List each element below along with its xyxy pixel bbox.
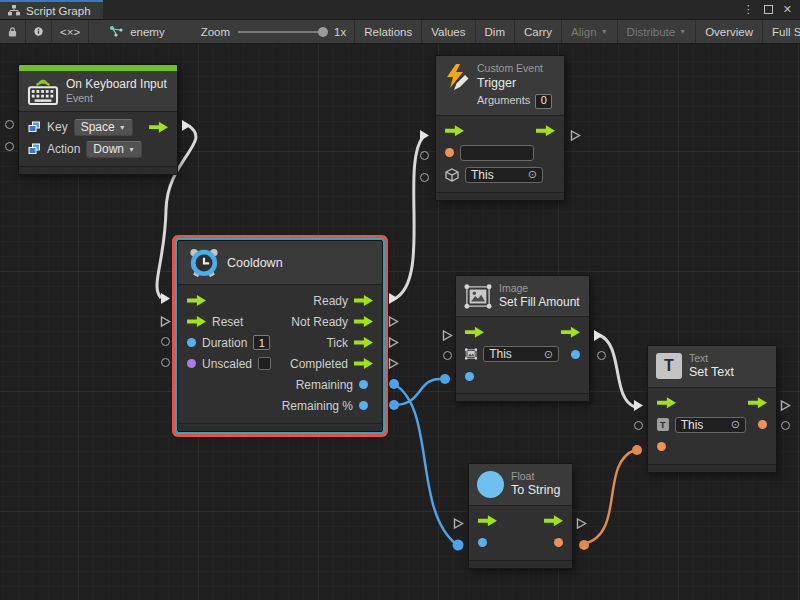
output-value-dot[interactable] (571, 350, 580, 359)
node-on-keyboard-input[interactable]: On Keyboard Input Event Key Space ▼ (18, 64, 178, 175)
exec-input-arrow[interactable] (478, 515, 497, 526)
graph-breadcrumb[interactable]: enemy (89, 20, 173, 43)
ready-output-arrow[interactable] (354, 295, 373, 306)
fill-amount-port-dot[interactable] (465, 372, 474, 381)
ext-exec-out[interactable] (388, 315, 399, 328)
ext-input-circle[interactable] (5, 120, 14, 129)
ext-exec-out[interactable] (388, 336, 399, 349)
node-float-to-string[interactable]: Float To String (468, 463, 573, 569)
ext-input-circle[interactable] (161, 358, 170, 367)
port-row-value (469, 532, 572, 554)
target-picker-icon[interactable]: ⊙ (528, 169, 537, 180)
string-output-port-dot[interactable] (554, 538, 563, 547)
reset-label: Reset (212, 315, 243, 329)
target-field[interactable]: This ⊙ (675, 417, 746, 433)
output-value-dot[interactable] (758, 420, 767, 429)
values-button[interactable]: Values (422, 20, 475, 43)
exec-output-arrow[interactable] (544, 515, 563, 526)
chevron-down-icon: ▼ (601, 28, 608, 35)
node-image-set-fill-amount[interactable]: Image Set Fill Amount This (455, 275, 590, 402)
zoom-slider[interactable] (238, 31, 326, 33)
port-row: Reset Not Ready (178, 311, 382, 332)
code-icon: <×> (60, 26, 80, 38)
ext-output-circle[interactable] (597, 351, 606, 360)
ext-output-circle[interactable] (781, 421, 790, 430)
ext-input-circle[interactable] (161, 337, 170, 346)
zoom-slider-handle[interactable] (318, 27, 328, 37)
unscaled-port-dot[interactable] (187, 359, 196, 368)
menu-icon[interactable]: ⋮ (743, 4, 754, 15)
target-picker-icon[interactable]: ⊙ (731, 419, 740, 430)
close-icon[interactable]: ✕ (783, 4, 792, 15)
text-icon: T (656, 353, 682, 379)
ext-exec-in[interactable] (453, 517, 464, 530)
float-input-port-dot[interactable] (478, 538, 487, 547)
exec-input-arrow[interactable] (465, 327, 484, 338)
text-value-port-dot[interactable] (657, 442, 666, 451)
remaining-port-dot[interactable] (359, 380, 368, 389)
full-screen-button[interactable]: Full Screen (763, 20, 800, 43)
align-dropdown[interactable]: Align▼ (562, 20, 618, 43)
not-ready-output-arrow[interactable] (354, 316, 373, 327)
action-dropdown[interactable]: Down ▼ (86, 141, 142, 158)
code-preview-button[interactable]: <×> (52, 20, 89, 43)
port-row-key: Key Space ▼ (19, 116, 177, 138)
duration-port-dot[interactable] (187, 338, 196, 347)
ext-exec-in-connected[interactable] (160, 292, 171, 305)
port-row-value (648, 436, 776, 458)
exec-output-arrow[interactable] (149, 122, 168, 133)
dim-button[interactable]: Dim (476, 20, 515, 43)
ext-input-circle[interactable] (420, 151, 429, 160)
key-dropdown[interactable]: Space ▼ (74, 119, 133, 136)
ext-exec-out[interactable] (576, 517, 587, 530)
exec-output-arrow[interactable] (748, 397, 767, 408)
ext-exec-in-connected[interactable] (419, 129, 430, 142)
ext-exec-out-connected[interactable] (593, 329, 604, 342)
node-text-set-text[interactable]: T Text Set Text T This ⊙ (647, 345, 777, 473)
ext-exec-in[interactable] (160, 315, 171, 328)
relations-button[interactable]: Relations (355, 20, 422, 43)
duration-field[interactable]: 1 (253, 335, 270, 350)
reset-input-arrow[interactable] (187, 316, 206, 327)
exec-input-arrow[interactable] (657, 397, 676, 408)
ext-exec-in-connected[interactable] (633, 399, 644, 412)
tick-output-arrow[interactable] (354, 337, 373, 348)
tab-title: Script Graph (26, 5, 91, 17)
exec-output-arrow[interactable] (536, 125, 555, 136)
remaining-pct-port-dot[interactable] (359, 401, 368, 410)
distribute-dropdown[interactable]: Distribute▼ (618, 20, 697, 43)
exec-input-arrow[interactable] (187, 295, 206, 306)
overview-button[interactable]: Overview (696, 20, 763, 43)
graph-icon (109, 25, 124, 38)
ext-exec-out[interactable] (570, 129, 581, 142)
maximize-icon[interactable] (764, 5, 773, 14)
target-field[interactable]: This ⊙ (465, 167, 543, 183)
node-cooldown[interactable]: Cooldown Ready Reset Not Ready Duration … (177, 240, 383, 432)
ext-input-circle[interactable] (443, 351, 452, 360)
tab-script-graph[interactable]: Script Graph (0, 0, 103, 19)
target-picker-icon[interactable]: ⊙ (544, 349, 553, 360)
ext-input-circle[interactable] (420, 173, 429, 182)
exec-output-arrow[interactable] (561, 327, 580, 338)
completed-output-arrow[interactable] (354, 358, 373, 369)
ext-input-circle[interactable] (5, 142, 14, 151)
exec-input-arrow[interactable] (445, 125, 464, 136)
ext-exec-out-connected[interactable] (181, 119, 192, 132)
target-field[interactable]: This ⊙ (483, 346, 559, 362)
node-title: Set Text (689, 365, 734, 381)
arguments-field[interactable]: 0 (535, 94, 552, 109)
ext-input-circle[interactable] (634, 421, 643, 430)
ext-exec-out[interactable] (780, 399, 791, 412)
inspect-button[interactable] (26, 20, 52, 43)
ext-exec-out-connected[interactable] (388, 292, 399, 305)
unscaled-checkbox[interactable] (258, 357, 271, 370)
not-ready-label: Not Ready (291, 315, 348, 329)
ext-exec-in[interactable] (442, 329, 453, 342)
ext-exec-out[interactable] (388, 357, 399, 370)
event-name-field[interactable] (460, 145, 534, 161)
string-port-dot[interactable] (445, 148, 454, 157)
node-custom-event-trigger[interactable]: Custom Event Trigger Arguments 0 (435, 55, 565, 201)
custom-event-icon (444, 64, 470, 91)
lock-button[interactable] (0, 20, 26, 43)
carry-button[interactable]: Carry (515, 20, 562, 43)
